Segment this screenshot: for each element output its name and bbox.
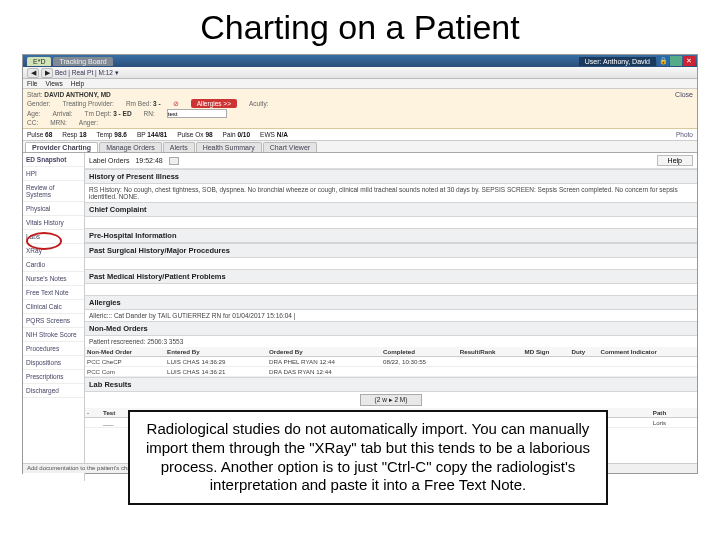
back-icon[interactable]: ◀ xyxy=(27,68,39,78)
refresh-icon[interactable] xyxy=(169,157,179,165)
menu-views[interactable]: Views xyxy=(45,80,62,87)
tab-chart-viewer[interactable]: Chart Viewer xyxy=(263,142,317,152)
vitals-action[interactable]: Photo xyxy=(676,131,693,138)
patient-name: DAVID ANTHONY, MD xyxy=(44,91,110,98)
lock-icon[interactable]: 🔒 xyxy=(657,56,669,66)
sidebar-item-snapshot[interactable]: ED Snapshot xyxy=(23,153,84,167)
section-labs-header: Lab Results xyxy=(85,377,697,392)
section-allergies-text: Alleric::: Cat Dander by TAIL GUTIERREZ … xyxy=(85,310,697,321)
tab-alerts[interactable]: Alerts xyxy=(163,142,195,152)
sidebar-item-clinical-calc[interactable]: Clinical Calc xyxy=(23,300,84,314)
callout-box: Radiological studies do not automaticall… xyxy=(128,410,608,505)
help-button[interactable]: Help xyxy=(657,155,693,166)
sidebar-item-procedures[interactable]: Procedures xyxy=(23,342,84,356)
sidebar-item-hpi[interactable]: HPI xyxy=(23,167,84,181)
content-time: 19:52:48 xyxy=(135,157,162,164)
table-row[interactable]: PCC ComLUIS CHAS 14:36:21DRA DAS RYAN 12… xyxy=(85,367,697,377)
sidebar-item-physical[interactable]: Physical xyxy=(23,202,84,216)
section-prehosp-header: Pre-Hospital Information xyxy=(85,228,697,243)
sidebar: ED Snapshot HPI Review of Systems Physic… xyxy=(23,153,85,481)
close-icon[interactable]: ✕ xyxy=(683,56,695,66)
stop-icon: ⊘ xyxy=(173,100,179,108)
sidebar-item-free-text[interactable]: Free Text Note xyxy=(23,286,84,300)
minimize-icon[interactable] xyxy=(670,56,682,66)
nonmed-orders-table: Non-Med Order Entered By Ordered By Comp… xyxy=(85,347,697,377)
sidebar-item-nih-stroke[interactable]: NIH Stroke Score xyxy=(23,328,84,342)
sidebar-item-xray[interactable]: XRay xyxy=(23,244,84,258)
title-bar: E*D Tracking Board User: Anthony, David … xyxy=(23,55,697,67)
sidebar-item-prescriptions[interactable]: Prescriptions xyxy=(23,370,84,384)
section-allergies-header: Allergies xyxy=(85,295,697,310)
menu-help[interactable]: Help xyxy=(71,80,84,87)
section-nonmed-header: Non-Med Orders xyxy=(85,321,697,336)
rn-input[interactable] xyxy=(167,109,227,118)
label-orders[interactable]: Label Orders xyxy=(89,157,129,164)
slide-title: Charting on a Patient xyxy=(0,0,720,53)
vitals-bar: Pulse 68 Resp 18 Temp 98.6 BP 144/81 Pul… xyxy=(23,129,697,141)
user-pill[interactable]: User: Anthony, David xyxy=(579,57,656,66)
tab-manage-orders[interactable]: Manage Orders xyxy=(99,142,162,152)
titlebar-tab-ed[interactable]: E*D xyxy=(27,57,51,66)
menu-bar: File Views Help xyxy=(23,79,697,89)
banner-close[interactable]: Close xyxy=(675,91,693,98)
sidebar-item-cardio[interactable]: Cardio xyxy=(23,258,84,272)
allergies-button[interactable]: Allergies >> xyxy=(191,99,237,108)
nonmed-meta: Patient rescreened: 2506:3 3553 xyxy=(85,336,697,347)
patient-banner: Close Start: DAVID ANTHONY, MD Gender: T… xyxy=(23,89,697,129)
labs-range-button[interactable]: (2 w ▸ 2 M) xyxy=(360,394,423,406)
section-pmh-header: Past Medical History/Patient Problems xyxy=(85,269,697,284)
section-cc-header: Chief Complaint xyxy=(85,202,697,217)
section-cc-text xyxy=(85,217,697,228)
sidebar-item-vitals[interactable]: Vitals History xyxy=(23,216,84,230)
tab-provider-charting[interactable]: Provider Charting xyxy=(25,142,98,152)
titlebar-tab-tracking[interactable]: Tracking Board xyxy=(53,57,112,66)
toolbar-text: Bed | Real Pt | M:12 ▾ xyxy=(55,69,119,77)
forward-icon[interactable]: ▶ xyxy=(41,68,53,78)
sidebar-item-pqrs[interactable]: PQRS Screens xyxy=(23,314,84,328)
sidebar-item-nurse-notes[interactable]: Nurse's Notes xyxy=(23,272,84,286)
section-hpi-text: RS History: No cough, chest tightness, S… xyxy=(85,184,697,202)
toolbar: ◀ ▶ Bed | Real Pt | M:12 ▾ xyxy=(23,67,697,79)
table-row[interactable]: PCC CheCPLUIS CHAS 14:36:29DRA PHEL RYAN… xyxy=(85,357,697,367)
sidebar-item-dispositions[interactable]: Dispositions xyxy=(23,356,84,370)
sidebar-item-ros[interactable]: Review of Systems xyxy=(23,181,84,202)
menu-file[interactable]: File xyxy=(27,80,37,87)
tab-health-summary[interactable]: Health Summary xyxy=(196,142,262,152)
sidebar-item-labs[interactable]: Labs xyxy=(23,230,84,244)
sidebar-item-discharged[interactable]: Discharged xyxy=(23,384,84,398)
section-surg-header: Past Surgical History/Major Procedures xyxy=(85,243,697,258)
section-hpi-header: History of Present Illness xyxy=(85,169,697,184)
main-tabs: Provider Charting Manage Orders Alerts H… xyxy=(23,141,697,153)
